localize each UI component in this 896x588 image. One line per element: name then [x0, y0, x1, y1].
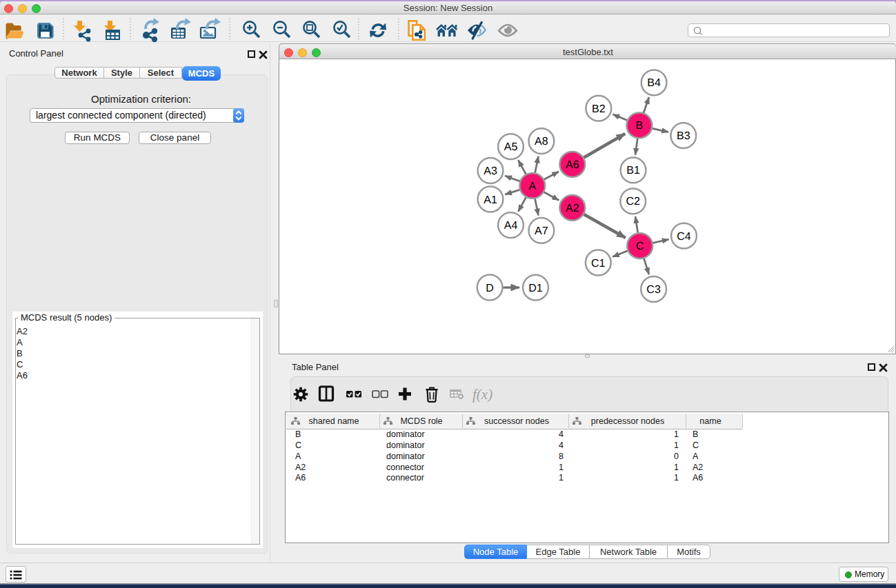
svg-text:C3: C3 [646, 284, 661, 296]
svg-text:4: 4 [559, 429, 564, 439]
svg-text:A3: A3 [484, 165, 497, 177]
svg-text:A2: A2 [693, 463, 703, 472]
svg-text:successor nodes: successor nodes [484, 416, 549, 426]
svg-text:C: C [693, 440, 699, 450]
svg-text:A: A [295, 452, 301, 461]
svg-text:1: 1 [674, 473, 679, 483]
svg-text:B4: B4 [647, 77, 661, 89]
svg-text:B2: B2 [592, 103, 606, 115]
svg-text:A6: A6 [566, 159, 579, 171]
svg-text:f(x): f(x) [472, 386, 492, 403]
svg-text:D1: D1 [528, 283, 543, 294]
svg-text:A2: A2 [295, 463, 306, 472]
svg-text:A: A [693, 452, 699, 461]
svg-text:1: 1 [559, 463, 564, 472]
svg-text:shared name: shared name [309, 416, 359, 426]
svg-text:1: 1 [674, 429, 679, 439]
svg-text:8: 8 [559, 452, 564, 461]
svg-text:A6: A6 [693, 473, 703, 483]
svg-text:A8: A8 [535, 136, 548, 148]
svg-text:predecessor nodes: predecessor nodes [591, 416, 664, 426]
svg-text:dominator: dominator [386, 452, 425, 461]
svg-text:A2: A2 [566, 203, 579, 214]
svg-text:C4: C4 [677, 231, 691, 243]
svg-text:C2: C2 [626, 196, 640, 207]
svg-text:dominator: dominator [386, 440, 425, 450]
svg-text:B1: B1 [626, 165, 640, 176]
svg-text:connector: connector [386, 473, 424, 483]
svg-text:B: B [295, 429, 301, 439]
svg-text:B: B [693, 429, 698, 439]
svg-text:B3: B3 [677, 130, 690, 142]
svg-text:1: 1 [674, 463, 679, 472]
svg-text:C: C [636, 241, 644, 252]
svg-text:A6: A6 [295, 473, 306, 483]
svg-text:C: C [295, 440, 301, 450]
svg-text:A7: A7 [535, 225, 548, 237]
svg-text:1: 1 [674, 440, 679, 450]
svg-text:4: 4 [559, 440, 564, 450]
svg-text:A: A [528, 181, 536, 192]
svg-text:A5: A5 [504, 141, 518, 153]
svg-text:1: 1 [559, 473, 564, 483]
svg-text:MCDS role: MCDS role [400, 416, 442, 426]
svg-text:name: name [699, 416, 721, 426]
svg-text:0: 0 [674, 452, 679, 461]
svg-text:D: D [486, 283, 494, 294]
svg-text:connector: connector [386, 463, 424, 472]
svg-text:C1: C1 [591, 258, 606, 270]
svg-text:dominator: dominator [386, 429, 425, 439]
svg-text:B: B [636, 120, 644, 132]
svg-text:A1: A1 [484, 194, 497, 206]
svg-text:A4: A4 [504, 220, 518, 232]
